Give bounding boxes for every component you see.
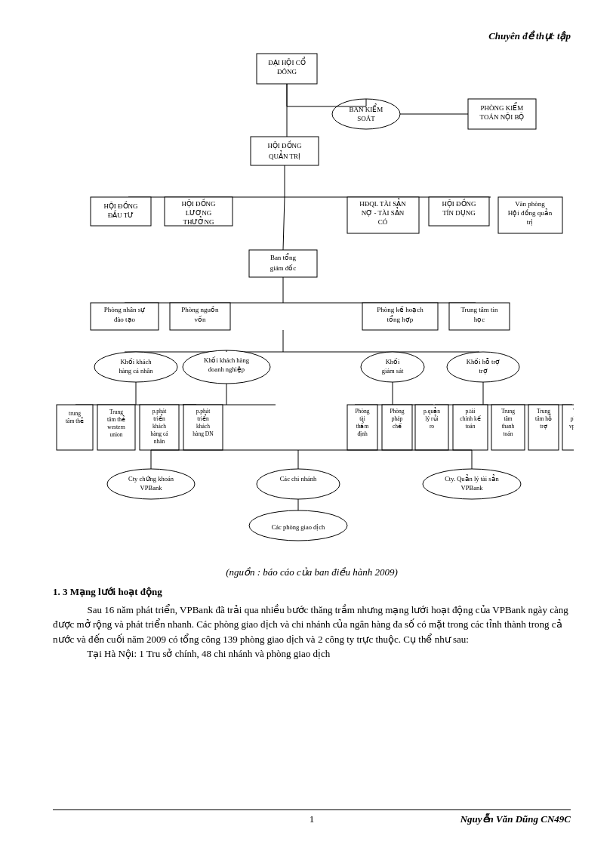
- org-chart: ĐẠI HỘI CỔ ĐÔNG BAN KIỂM SOÁT PHÒNG KIỂM…: [53, 50, 571, 563]
- svg-text:pháp: pháp: [392, 415, 403, 422]
- svg-text:trị: trị: [527, 218, 534, 226]
- paragraph-1: Sau 16 năm phát triển, VPBank đã trải qu…: [53, 603, 571, 647]
- svg-text:Phòng: Phòng: [355, 408, 369, 415]
- svg-rect-13: [251, 137, 319, 165]
- section-title: 1. 3 Mạng lưới hoạt động: [53, 584, 571, 600]
- svg-text:Hội đồng quản: Hội đồng quản: [508, 208, 553, 217]
- svg-text:trợ: trợ: [540, 423, 547, 430]
- svg-text:Trung: Trung: [109, 409, 123, 415]
- svg-text:thẩm: thẩm: [356, 421, 369, 430]
- svg-text:Trung tâm tin: Trung tâm tin: [460, 306, 498, 313]
- svg-text:Trung: Trung: [501, 408, 515, 415]
- svg-text:Khối: Khối: [386, 358, 400, 365]
- svg-text:Các chi nhánh: Các chi nhánh: [280, 475, 317, 483]
- svg-text:HỘI ĐỒNG: HỘI ĐỒNG: [181, 199, 216, 208]
- svg-text:đào tạo: đào tạo: [114, 316, 136, 323]
- svg-text:giám sát: giám sát: [382, 367, 404, 375]
- svg-text:Phòng kế hoạch: Phòng kế hoạch: [377, 306, 424, 313]
- svg-text:p.tài: p.tài: [465, 408, 475, 415]
- svg-text:p.phát: p.phát: [196, 408, 211, 415]
- svg-text:Cty. Quản lý tài sản: Cty. Quản lý tài sản: [445, 474, 499, 483]
- footer: 1 Nguyễn Văn Dũng CN49C: [53, 809, 571, 825]
- svg-text:HỘI ĐỒNG: HỘI ĐỒNG: [267, 140, 302, 150]
- svg-text:western: western: [107, 424, 125, 430]
- svg-text:hàng cá: hàng cá: [150, 430, 168, 437]
- footer-page-number: 1: [226, 813, 399, 825]
- svg-text:triển: triển: [197, 414, 209, 422]
- svg-text:khách: khách: [196, 423, 210, 430]
- svg-text:tâm: tâm: [504, 415, 512, 422]
- svg-text:Khối khách hàng: Khối khách hàng: [204, 356, 250, 364]
- svg-text:CÓ: CÓ: [378, 218, 388, 226]
- svg-text:TÍN DỤNG: TÍN DỤNG: [442, 209, 476, 217]
- svg-text:doanh nghiệp: doanh nghiệp: [208, 365, 245, 373]
- svg-text:Khối khách: Khối khách: [120, 358, 152, 365]
- svg-text:Văn phòng: Văn phòng: [515, 200, 545, 208]
- svg-text:toán: toán: [504, 430, 513, 437]
- svg-text:p.quản: p.quản: [424, 407, 440, 415]
- section-heading: Mạng lưới hoạt động: [70, 586, 162, 597]
- svg-text:union: union: [109, 431, 122, 438]
- svg-text:Phòng nhân sự: Phòng nhân sự: [104, 306, 146, 313]
- svg-text:Văn: Văn: [573, 408, 574, 415]
- svg-text:chính kế: chính kế: [460, 415, 480, 422]
- body-text: 1. 3 Mạng lưới hoạt động Sau 16 năm phát…: [53, 584, 571, 661]
- svg-text:Cty chứng khoán: Cty chứng khoán: [128, 475, 174, 483]
- svg-text:ĐÔNG: ĐÔNG: [277, 68, 297, 76]
- svg-text:giám đốc: giám đốc: [270, 264, 297, 272]
- header-title: Chuyên đề thực tập: [53, 30, 571, 42]
- svg-text:LƯƠNG: LƯƠNG: [186, 209, 212, 217]
- svg-text:tâm hỗ: tâm hỗ: [535, 415, 552, 422]
- footer-author: Nguyễn Văn Dũng CN49C: [398, 813, 571, 825]
- svg-text:tâm thẻ: tâm thẻ: [107, 415, 125, 423]
- page: Chuyên đề thực tập ĐẠI HỘI CỔ ĐÔNG BAN K…: [0, 0, 616, 848]
- svg-text:hàng cá nhân: hàng cá nhân: [119, 367, 154, 375]
- svg-text:trung: trung: [69, 410, 81, 417]
- svg-text:p.phát: p.phát: [152, 408, 167, 415]
- svg-text:phòng: phòng: [571, 415, 574, 422]
- svg-text:nhân: nhân: [154, 438, 165, 445]
- svg-text:hàng DN: hàng DN: [192, 430, 214, 437]
- svg-text:ro: ro: [430, 423, 434, 430]
- svg-text:Các phòng giao dịch: Các phòng giao dịch: [272, 523, 325, 531]
- svg-text:ĐẦU TƯ: ĐẦU TƯ: [108, 210, 134, 219]
- svg-text:lý rủi: lý rủi: [425, 415, 438, 422]
- svg-text:thanh: thanh: [502, 423, 515, 430]
- svg-text:tâm thẻ: tâm thẻ: [66, 417, 84, 424]
- svg-text:HỘI ĐỒNG: HỘI ĐỒNG: [442, 199, 476, 208]
- svg-text:chế: chế: [393, 423, 402, 430]
- svg-point-140: [257, 469, 340, 499]
- section-number: 1. 3: [53, 586, 68, 597]
- svg-text:vpbank: vpbank: [569, 423, 574, 430]
- svg-text:triển: triển: [153, 414, 165, 422]
- paragraph-2: Tại Hà Nội: 1 Tru sở chính, 48 chi nhánh…: [53, 646, 571, 661]
- svg-text:VPBank: VPBank: [140, 484, 163, 492]
- svg-text:SOÁT: SOÁT: [357, 115, 375, 122]
- svg-text:Phòng: Phòng: [390, 408, 404, 415]
- svg-text:học: học: [474, 316, 485, 323]
- svg-text:VPBank: VPBank: [461, 484, 484, 492]
- svg-text:tổng hợp: tổng hợp: [387, 315, 414, 323]
- svg-text:HỘI ĐỒNG: HỘI ĐỒNG: [103, 201, 138, 210]
- svg-text:định: định: [357, 430, 368, 437]
- svg-text:toán: toán: [466, 423, 476, 430]
- svg-text:TOÁN NỘI BỘ: TOÁN NỘI BỘ: [480, 113, 525, 121]
- svg-text:Ban tổng: Ban tổng: [270, 253, 297, 261]
- svg-text:trợ: trợ: [479, 367, 487, 375]
- svg-text:Phòng nguồn: Phòng nguồn: [181, 306, 219, 313]
- svg-text:tài: tài: [359, 415, 365, 422]
- svg-text:Khối hỗ trợ: Khối hỗ trợ: [467, 358, 500, 365]
- svg-text:Trung: Trung: [537, 408, 550, 415]
- svg-text:vốn: vốn: [195, 316, 207, 323]
- svg-line-42: [283, 197, 285, 250]
- source-note: (nguồn : báo cáo của ban điều hành 2009): [53, 566, 571, 578]
- svg-text:khách: khách: [152, 423, 166, 430]
